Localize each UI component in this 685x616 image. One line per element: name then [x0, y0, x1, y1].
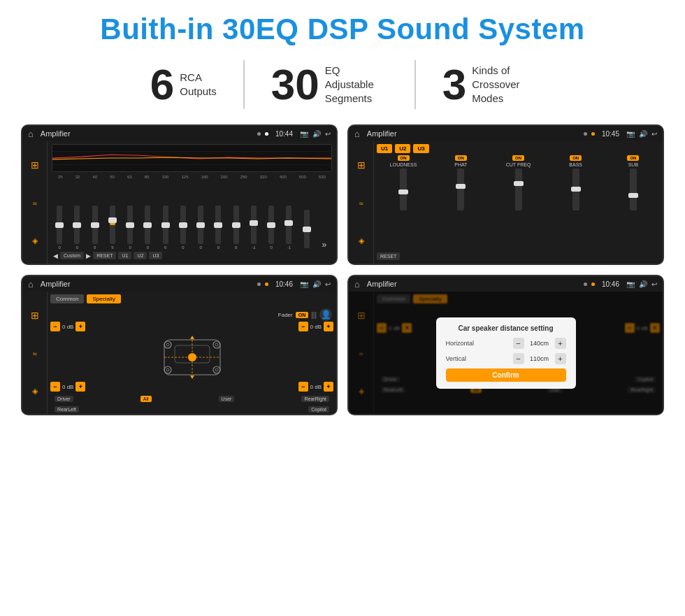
rearleft-label[interactable]: RearLeft — [55, 406, 79, 413]
fader-main-area: Common Specialty Fader ON ||| 👤 − — [48, 292, 336, 414]
plus-rr[interactable]: + — [324, 382, 333, 392]
bass-on[interactable]: ON — [570, 155, 582, 161]
u3-btn[interactable]: U3 — [149, 252, 162, 259]
u1-preset[interactable]: U1 — [377, 144, 392, 153]
vertical-plus[interactable]: + — [555, 353, 566, 364]
sub-on[interactable]: ON — [627, 155, 639, 161]
camera-icon-1: 📷 — [300, 130, 308, 138]
cutfreq-on[interactable]: ON — [512, 155, 524, 161]
freq-500: 500 — [299, 175, 306, 179]
wave-icon-2[interactable]: ≈ — [359, 199, 363, 208]
stat-eq: 30 EQ AdjustableSegments — [245, 63, 414, 106]
stat-eq-label: EQ AdjustableSegments — [325, 64, 388, 106]
freq-320: 320 — [260, 175, 267, 179]
user-label[interactable]: User — [219, 396, 235, 402]
freq-50: 50 — [110, 175, 115, 179]
eq-icon-2[interactable]: ⊞ — [357, 159, 366, 171]
plus-rl[interactable]: + — [75, 382, 85, 392]
u3-preset[interactable]: U3 — [413, 144, 428, 153]
u2-btn[interactable]: U2 — [134, 252, 147, 259]
svg-point-16 — [215, 368, 218, 371]
home-icon-3: ⌂ — [28, 279, 34, 289]
fader-tabs: Common Specialty — [50, 294, 333, 303]
reset-btn[interactable]: RESET — [93, 252, 116, 259]
eq-slider-6: 0 — [158, 206, 173, 250]
eq-icon[interactable]: ⊞ — [31, 159, 39, 171]
eq-graph — [52, 144, 332, 172]
freq-400: 400 — [280, 175, 287, 179]
eq-slider-7: 0 — [175, 206, 191, 250]
stat-rca-number: 6 — [150, 63, 174, 106]
status-dot-4b — [591, 282, 595, 286]
amp-reset-btn[interactable]: RESET — [377, 252, 400, 260]
fader-left-sidebar: ⊞ ≈ ◈ — [22, 292, 48, 414]
speaker-icon-3[interactable]: ◈ — [32, 387, 38, 396]
svg-point-12 — [215, 343, 218, 346]
confirm-button[interactable]: Confirm — [446, 368, 566, 382]
minus-rr[interactable]: − — [298, 382, 308, 392]
play-btn[interactable]: ▶ — [86, 252, 91, 259]
status-bar-1: ⌂ Amplifier 10:44 📷 🔊 ↩ — [22, 126, 336, 141]
phat-on[interactable]: ON — [455, 155, 467, 161]
status-time-3: 10:46 — [275, 280, 293, 288]
horizontal-value: 140cm — [527, 340, 552, 347]
wave-icon[interactable]: ≈ — [32, 199, 36, 208]
db-control-fl: − 0 dB + — [50, 322, 85, 331]
vertical-minus[interactable]: − — [513, 353, 524, 364]
fader-bottom-labels-2: RearLeft Copilot — [50, 405, 333, 414]
svg-marker-17 — [190, 336, 194, 339]
amp-channels: ON LOUDNESS ON PHAT — [377, 155, 660, 243]
speaker-distance-dialog: Car speaker distance setting Horizontal … — [436, 317, 576, 389]
svg-point-15 — [213, 366, 220, 373]
eq-expand[interactable]: » — [317, 240, 332, 250]
eq-sliders-row: 0 0 — [52, 181, 332, 250]
svg-point-14 — [166, 368, 169, 371]
minus-fl[interactable]: − — [50, 322, 60, 331]
all-label[interactable]: All — [140, 396, 152, 402]
eq-icon-3[interactable]: ⊞ — [31, 310, 39, 321]
u2-preset[interactable]: U2 — [395, 144, 410, 153]
rearright-label[interactable]: RearRight — [301, 396, 329, 402]
custom-btn[interactable]: Custom — [60, 252, 84, 259]
channel-sub: ON SUB — [607, 155, 660, 243]
loudness-label: LOUDNESS — [390, 162, 417, 167]
prev-arrow[interactable]: ◀ — [53, 252, 58, 259]
horizontal-minus[interactable]: − — [513, 338, 524, 349]
freq-63: 63 — [127, 175, 132, 179]
horizontal-plus[interactable]: + — [555, 338, 566, 349]
speaker-icon[interactable]: ◈ — [32, 236, 38, 245]
minus-fr[interactable]: − — [298, 322, 308, 331]
eq-screen-content: ⊞ ≈ ◈ — [22, 141, 336, 264]
plus-fr[interactable]: + — [324, 322, 333, 331]
eq-slider-11: -1 — [246, 206, 261, 250]
freq-25: 25 — [58, 175, 63, 179]
svg-point-9 — [164, 341, 171, 348]
status-dot-2a — [584, 132, 587, 136]
back-icon-4: ↩ — [651, 280, 657, 288]
speaker-icon-2[interactable]: ◈ — [359, 236, 364, 245]
minus-rl[interactable]: − — [50, 382, 60, 392]
driver-label[interactable]: Driver — [55, 396, 73, 402]
fader-person-icon: 👤 — [319, 308, 332, 321]
u1-btn[interactable]: U1 — [118, 252, 131, 259]
vertical-row: Vertical − 110cm + — [446, 353, 566, 364]
tab-common[interactable]: Common — [50, 294, 84, 303]
stat-eq-number: 30 — [271, 63, 319, 106]
eq-main-area: 25 32 40 50 63 80 100 125 160 200 250 32… — [48, 141, 336, 264]
copilot-label[interactable]: Copilot — [308, 406, 329, 413]
loudness-on[interactable]: ON — [398, 155, 410, 161]
dialog-screen-content: ⊞ ≈ ◈ Common Specialty − 0 dB + — [349, 292, 663, 414]
tab-specialty[interactable]: Specialty — [87, 294, 120, 303]
channel-loudness: ON LOUDNESS — [377, 155, 430, 243]
eq-bottom-bar: ◀ Custom ▶ RESET U1 U2 U3 — [52, 250, 332, 261]
status-title-2: Amplifier — [367, 129, 579, 138]
stat-crossover-label: Kinds ofCrossover Modes — [472, 64, 535, 106]
fader-on-btn[interactable]: ON — [296, 312, 309, 318]
eq-slider-1: 0 — [69, 206, 85, 250]
wave-icon-3[interactable]: ≈ — [32, 350, 36, 358]
plus-fl[interactable]: + — [75, 322, 85, 331]
svg-point-11 — [213, 341, 220, 348]
stat-crossover-number: 3 — [442, 63, 466, 106]
fader-control-row: Fader ON ||| 👤 — [278, 308, 332, 321]
stat-rca-label: RCAOutputs — [180, 71, 217, 99]
